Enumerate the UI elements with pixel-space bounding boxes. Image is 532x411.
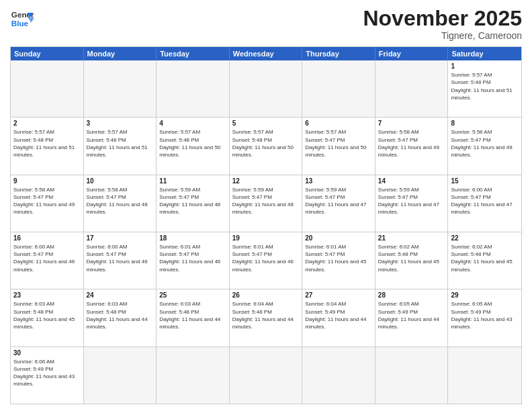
cell-details-17: Sunrise: 6:00 AMSunset: 5:47 PMDaylight:… — [87, 243, 154, 273]
calendar-body: 1Sunrise: 5:57 AMSunset: 5:48 PMDaylight… — [11, 60, 521, 404]
cell-details-18: Sunrise: 6:01 AMSunset: 5:47 PMDaylight:… — [159, 243, 226, 273]
day-number-10: 10 — [87, 177, 154, 185]
day-number-24: 24 — [87, 291, 154, 299]
calendar-cell-r4-c5: 28Sunrise: 6:05 AMSunset: 5:49 PMDayligh… — [375, 289, 449, 346]
calendar-cell-r5-c1 — [84, 347, 157, 404]
calendar-cell-r4-c3: 26Sunrise: 6:04 AMSunset: 5:48 PMDayligh… — [230, 289, 303, 346]
cell-details-10: Sunrise: 5:58 AMSunset: 5:47 PMDaylight:… — [87, 186, 154, 216]
cell-details-8: Sunrise: 5:58 AMSunset: 5:47 PMDaylight:… — [451, 128, 519, 158]
calendar-cell-r2-c4: 13Sunrise: 5:59 AMSunset: 5:47 PMDayligh… — [302, 175, 375, 232]
weekday-thursday: Thursday — [302, 47, 375, 60]
calendar-cell-r3-c2: 18Sunrise: 6:01 AMSunset: 5:47 PMDayligh… — [157, 232, 230, 289]
calendar-cell-r1-c5: 7Sunrise: 5:58 AMSunset: 5:47 PMDaylight… — [375, 118, 449, 174]
cell-details-15: Sunrise: 6:00 AMSunset: 5:47 PMDaylight:… — [451, 186, 519, 216]
calendar-cell-r1-c6: 8Sunrise: 5:58 AMSunset: 5:47 PMDaylight… — [448, 118, 521, 174]
calendar-cell-r0-c3 — [230, 60, 303, 117]
page: General Blue November 2025 Tignere, Came… — [0, 0, 532, 411]
weekday-sunday: Sunday — [11, 47, 84, 60]
calendar-cell-r3-c4: 20Sunrise: 6:01 AMSunset: 5:47 PMDayligh… — [302, 232, 375, 289]
cell-details-1: Sunrise: 5:57 AMSunset: 5:48 PMDaylight:… — [451, 71, 519, 101]
calendar-cell-r5-c2 — [157, 347, 230, 404]
calendar-row-1: 2Sunrise: 5:57 AMSunset: 5:48 PMDaylight… — [11, 118, 521, 175]
calendar-row-3: 16Sunrise: 6:00 AMSunset: 5:47 PMDayligh… — [11, 232, 521, 289]
cell-details-27: Sunrise: 6:04 AMSunset: 5:49 PMDaylight:… — [305, 300, 372, 330]
location: Tignere, Cameroon — [363, 30, 522, 41]
weekday-monday: Monday — [84, 47, 157, 60]
calendar-header: Sunday Monday Tuesday Wednesday Thursday… — [11, 47, 521, 60]
calendar-cell-r2-c5: 14Sunrise: 5:59 AMSunset: 5:47 PMDayligh… — [375, 175, 449, 232]
calendar-cell-r5-c3 — [230, 347, 303, 404]
day-number-16: 16 — [13, 234, 81, 242]
day-number-21: 21 — [378, 234, 445, 242]
calendar-cell-r0-c1 — [84, 60, 157, 117]
calendar-cell-r5-c4 — [302, 347, 375, 404]
weekday-wednesday: Wednesday — [230, 47, 303, 60]
day-number-26: 26 — [232, 291, 300, 299]
calendar-cell-r3-c5: 21Sunrise: 6:02 AMSunset: 5:48 PMDayligh… — [375, 232, 449, 289]
cell-details-4: Sunrise: 5:57 AMSunset: 5:48 PMDaylight:… — [159, 128, 226, 158]
cell-details-7: Sunrise: 5:58 AMSunset: 5:47 PMDaylight:… — [378, 128, 445, 158]
calendar-cell-r4-c4: 27Sunrise: 6:04 AMSunset: 5:49 PMDayligh… — [302, 289, 375, 346]
calendar-cell-r2-c6: 15Sunrise: 6:00 AMSunset: 5:47 PMDayligh… — [448, 175, 521, 232]
calendar-cell-r0-c0 — [11, 60, 84, 117]
cell-details-23: Sunrise: 6:03 AMSunset: 5:48 PMDaylight:… — [13, 300, 81, 330]
day-number-7: 7 — [378, 120, 445, 127]
calendar-row-0: 1Sunrise: 5:57 AMSunset: 5:48 PMDaylight… — [11, 60, 521, 118]
cell-details-22: Sunrise: 6:02 AMSunset: 5:48 PMDaylight:… — [451, 243, 519, 273]
cell-details-29: Sunrise: 6:05 AMSunset: 5:49 PMDaylight:… — [451, 300, 519, 330]
cell-details-13: Sunrise: 5:59 AMSunset: 5:47 PMDaylight:… — [305, 186, 372, 216]
day-number-20: 20 — [305, 234, 372, 242]
calendar-cell-r3-c0: 16Sunrise: 6:00 AMSunset: 5:47 PMDayligh… — [11, 232, 84, 289]
calendar-cell-r1-c3: 5Sunrise: 5:57 AMSunset: 5:48 PMDaylight… — [230, 118, 303, 174]
day-number-17: 17 — [87, 234, 154, 242]
calendar-cell-r3-c1: 17Sunrise: 6:00 AMSunset: 5:47 PMDayligh… — [84, 232, 157, 289]
day-number-23: 23 — [13, 291, 81, 299]
calendar-cell-r4-c1: 24Sunrise: 6:03 AMSunset: 5:48 PMDayligh… — [84, 289, 157, 346]
cell-details-25: Sunrise: 6:03 AMSunset: 5:48 PMDaylight:… — [159, 300, 226, 330]
cell-details-5: Sunrise: 5:57 AMSunset: 5:48 PMDaylight:… — [232, 128, 300, 158]
calendar-cell-r1-c2: 4Sunrise: 5:57 AMSunset: 5:48 PMDaylight… — [157, 118, 230, 174]
day-number-22: 22 — [451, 234, 519, 242]
cell-details-14: Sunrise: 5:59 AMSunset: 5:47 PMDaylight:… — [378, 186, 445, 216]
calendar-cell-r1-c1: 3Sunrise: 5:57 AMSunset: 5:48 PMDaylight… — [84, 118, 157, 174]
day-number-29: 29 — [451, 291, 519, 299]
day-number-18: 18 — [159, 234, 226, 242]
weekday-tuesday: Tuesday — [157, 47, 230, 60]
calendar-cell-r2-c0: 9Sunrise: 5:58 AMSunset: 5:47 PMDaylight… — [11, 175, 84, 232]
day-number-11: 11 — [159, 177, 226, 185]
cell-details-3: Sunrise: 5:57 AMSunset: 5:48 PMDaylight:… — [87, 128, 154, 158]
calendar-row-5: 30Sunrise: 6:06 AMSunset: 5:49 PMDayligh… — [11, 347, 521, 404]
month-year: November 2025 — [363, 7, 522, 30]
header: General Blue November 2025 Tignere, Came… — [10, 7, 522, 41]
calendar: Sunday Monday Tuesday Wednesday Thursday… — [10, 46, 522, 404]
calendar-cell-r4-c6: 29Sunrise: 6:05 AMSunset: 5:49 PMDayligh… — [448, 289, 521, 346]
cell-details-28: Sunrise: 6:05 AMSunset: 5:49 PMDaylight:… — [378, 300, 445, 330]
day-number-28: 28 — [378, 291, 445, 299]
cell-details-6: Sunrise: 5:57 AMSunset: 5:47 PMDaylight:… — [305, 128, 372, 158]
weekday-friday: Friday — [375, 47, 449, 60]
svg-marker-3 — [28, 17, 34, 22]
weekday-saturday: Saturday — [448, 47, 521, 60]
cell-details-12: Sunrise: 5:59 AMSunset: 5:47 PMDaylight:… — [232, 186, 300, 216]
day-number-4: 4 — [159, 120, 226, 127]
day-number-2: 2 — [13, 120, 81, 127]
calendar-cell-r1-c0: 2Sunrise: 5:57 AMSunset: 5:48 PMDaylight… — [11, 118, 84, 174]
calendar-cell-r5-c6 — [448, 347, 521, 404]
svg-text:Blue: Blue — [11, 19, 29, 28]
cell-details-30: Sunrise: 6:06 AMSunset: 5:49 PMDaylight:… — [13, 358, 81, 388]
calendar-row-2: 9Sunrise: 5:58 AMSunset: 5:47 PMDaylight… — [11, 175, 521, 232]
calendar-cell-r3-c6: 22Sunrise: 6:02 AMSunset: 5:48 PMDayligh… — [448, 232, 521, 289]
day-number-27: 27 — [305, 291, 372, 299]
day-number-9: 9 — [13, 177, 81, 185]
calendar-cell-r0-c6: 1Sunrise: 5:57 AMSunset: 5:48 PMDaylight… — [448, 60, 521, 117]
calendar-cell-r2-c2: 11Sunrise: 5:59 AMSunset: 5:47 PMDayligh… — [157, 175, 230, 232]
calendar-row-4: 23Sunrise: 6:03 AMSunset: 5:48 PMDayligh… — [11, 289, 521, 347]
calendar-cell-r4-c0: 23Sunrise: 6:03 AMSunset: 5:48 PMDayligh… — [11, 289, 84, 346]
calendar-cell-r3-c3: 19Sunrise: 6:01 AMSunset: 5:47 PMDayligh… — [230, 232, 303, 289]
cell-details-9: Sunrise: 5:58 AMSunset: 5:47 PMDaylight:… — [13, 186, 81, 216]
day-number-6: 6 — [305, 120, 372, 127]
generalblue-logo-icon: General Blue — [10, 7, 34, 31]
calendar-cell-r2-c3: 12Sunrise: 5:59 AMSunset: 5:47 PMDayligh… — [230, 175, 303, 232]
calendar-cell-r5-c0: 30Sunrise: 6:06 AMSunset: 5:49 PMDayligh… — [11, 347, 84, 404]
cell-details-24: Sunrise: 6:03 AMSunset: 5:48 PMDaylight:… — [87, 300, 154, 330]
